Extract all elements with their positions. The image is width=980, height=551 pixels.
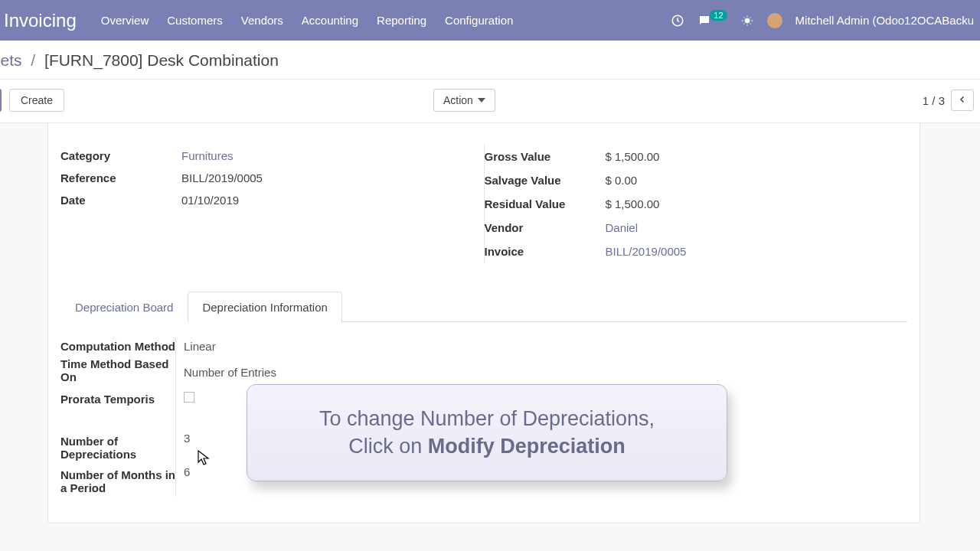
date-label: Date [60, 194, 181, 207]
svg-point-1 [744, 18, 750, 23]
salvage-value-label: Salvage Value [485, 174, 606, 187]
breadcrumb-parent[interactable]: sets [0, 51, 22, 69]
left-column: Category Furnitures Reference BILL/2019/… [60, 145, 485, 263]
clock-icon[interactable] [671, 14, 684, 28]
invoice-label: Invoice [485, 245, 606, 258]
user-avatar[interactable] [767, 13, 782, 28]
nav-vendors[interactable]: Vendors [232, 14, 292, 27]
app-brand[interactable]: Invoicing [0, 10, 92, 31]
breadcrumb-bar: sets / [FURN_7800] Desk Combination [0, 41, 980, 80]
nav-configuration[interactable]: Configuration [436, 14, 522, 27]
time-method-value: Number of Entries [184, 366, 276, 379]
pager-prev-button[interactable] [951, 90, 974, 111]
number-depreciations-value: 3 [184, 432, 190, 445]
topbar-right: 12 Mitchell Admin (Odoo12OCABacku [671, 13, 974, 28]
computation-method-label: Computation Method [60, 340, 175, 353]
reference-value: BILL/2019/0005 [181, 171, 263, 184]
nav-customers[interactable]: Customers [158, 14, 232, 27]
breadcrumb: sets / [FURN_7800] Desk Combination [0, 51, 980, 70]
pager: 1 / 3 [923, 90, 974, 111]
action-toolbar: t Create Action 1 / 3 [0, 80, 980, 123]
gross-value: $ 1,500.00 [606, 150, 660, 163]
header-fields: Category Furnitures Reference BILL/2019/… [48, 145, 920, 263]
tab-depreciation-information[interactable]: Depreciation Information [188, 292, 341, 322]
nav-overview[interactable]: Overview [92, 14, 158, 27]
vendor-label: Vendor [485, 221, 606, 234]
action-label: Action [443, 94, 473, 106]
residual-value-label: Residual Value [485, 197, 606, 210]
tooltip-line2b: Modify Depreciation [428, 435, 626, 458]
tab-bar: Depreciation Board Depreciation Informat… [60, 291, 907, 322]
instruction-tooltip: To change Number of Depreciations, Click… [247, 384, 727, 481]
invoice-value[interactable]: BILL/2019/0005 [606, 245, 687, 258]
bug-icon[interactable] [740, 14, 754, 28]
top-navbar: Invoicing Overview Customers Vendors Acc… [0, 0, 980, 41]
residual-value: $ 1,500.00 [606, 197, 660, 210]
category-label: Category [60, 149, 181, 162]
user-name-label[interactable]: Mitchell Admin (Odoo12OCABacku [795, 14, 974, 27]
nav-reporting[interactable]: Reporting [368, 14, 436, 27]
nav-menu: Overview Customers Vendors Accounting Re… [92, 14, 523, 27]
computation-method-value: Linear [184, 340, 216, 353]
tooltip-line1: To change Number of Depreciations, [270, 405, 704, 432]
edit-button[interactable]: t [0, 89, 2, 112]
right-column: Gross Value $ 1,500.00 Salvage Value $ 0… [485, 145, 908, 263]
pager-count: 1 / 3 [923, 94, 945, 107]
reference-label: Reference [60, 171, 181, 184]
number-months-label: Number of Months in a Period [60, 468, 175, 494]
create-button[interactable]: Create [9, 89, 64, 112]
number-months-value: 6 [184, 465, 190, 478]
prorata-temporis-label: Prorata Temporis [60, 393, 175, 406]
messages-button[interactable]: 12 [697, 14, 727, 28]
message-count-badge: 12 [710, 10, 727, 21]
breadcrumb-separator: / [26, 51, 40, 69]
gross-value-label: Gross Value [485, 150, 606, 163]
tab-depreciation-board[interactable]: Depreciation Board [60, 292, 188, 322]
action-dropdown[interactable]: Action [433, 89, 495, 112]
number-depreciations-label: Number of Depreciations [60, 435, 175, 461]
time-method-label: Time Method Based On [60, 357, 175, 383]
salvage-value: $ 0.00 [606, 174, 638, 187]
nav-accounting[interactable]: Accounting [292, 14, 368, 27]
category-value[interactable]: Furnitures [181, 149, 234, 162]
vendor-value[interactable]: Daniel [606, 221, 639, 234]
breadcrumb-current: [FURN_7800] Desk Combination [44, 51, 279, 69]
prorata-temporis-checkbox[interactable] [184, 392, 194, 403]
tooltip-line2a: Click on [348, 435, 428, 458]
date-value: 01/10/2019 [181, 194, 239, 207]
chevron-down-icon [478, 98, 485, 103]
